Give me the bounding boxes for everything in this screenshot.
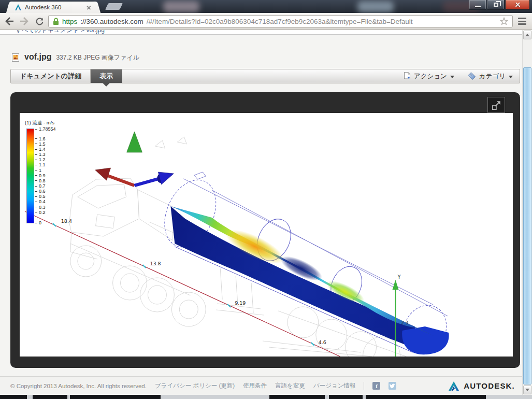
- legend-tick: 1.5: [35, 141, 46, 147]
- legend-tick: 1: [35, 168, 41, 173]
- expand-icon: [491, 99, 502, 111]
- legend-tick: 1.6: [35, 136, 46, 141]
- legend-tick: 0.6: [35, 189, 46, 194]
- velocity-legend: (1) 流速 - m/s 1.785541.61.51.41.31.21.110…: [25, 120, 54, 223]
- hamburger-icon: [518, 18, 526, 19]
- tab-view[interactable]: 表示: [91, 69, 122, 83]
- category-label: カテゴリ: [479, 72, 506, 81]
- legend-tick: 0.4: [35, 199, 46, 204]
- orientation-triad: [95, 132, 174, 186]
- document-action-icon: [404, 72, 411, 80]
- legend-tick: 0.7: [35, 183, 46, 189]
- forward-button[interactable]: [18, 15, 31, 27]
- y-axis-label: Y: [397, 274, 401, 280]
- chevron-down-icon: [450, 76, 454, 78]
- file-name: vof.jpg: [24, 52, 51, 62]
- reload-icon: [35, 17, 44, 26]
- action-label: アクション: [414, 72, 447, 81]
- autodesk-logo: AUTODESK.: [448, 381, 515, 391]
- fluid-end-cap: [402, 326, 449, 354]
- fullscreen-button[interactable]: [487, 97, 505, 113]
- address-bar[interactable]: https://360.autodesk.com/#/Item/Details?…: [48, 15, 513, 27]
- legend-tick: 0.5: [35, 194, 46, 199]
- link-version-info[interactable]: バージョン情報: [313, 382, 356, 390]
- legend-ticks: 1.785541.61.51.41.31.21.110.90.80.70.60.…: [35, 129, 63, 223]
- category-dropdown-button[interactable]: カテゴリ: [461, 69, 520, 83]
- page-footer: © Copyright 2013 Autodesk, Inc. All righ…: [0, 376, 522, 395]
- twitter-icon[interactable]: [389, 382, 396, 390]
- chevron-down-icon: [509, 76, 513, 78]
- minimize-icon: [475, 6, 481, 7]
- link-terms-of-use[interactable]: 使用条件: [243, 382, 267, 390]
- tab-title: Autodesk 360: [25, 4, 82, 10]
- background-window-blur: [163, 1, 199, 12]
- autodesk-logo-text: AUTODESK.: [464, 381, 515, 390]
- facebook-icon[interactable]: f: [372, 382, 380, 390]
- fluid-side-face: [170, 206, 421, 350]
- page-scrollbar[interactable]: [522, 30, 532, 395]
- cfd-image-canvas: 18.4 13.8 9.19 4.6: [20, 113, 513, 357]
- legend-tick: 0.3: [35, 205, 46, 210]
- autodesk-favicon-icon: [15, 4, 22, 11]
- link-privacy-policy[interactable]: プライバシー ポリシー (更新): [155, 382, 235, 390]
- restore-icon: [494, 3, 498, 7]
- ruler-label: 4.6: [319, 339, 326, 345]
- legend-tick: 0.9: [35, 173, 46, 178]
- reload-button[interactable]: [33, 15, 46, 27]
- chrome-menu-button[interactable]: [515, 16, 529, 27]
- browser-tab[interactable]: Autodesk 360: [11, 2, 95, 13]
- padlock-icon: [53, 18, 59, 25]
- arrow-down-icon: [525, 389, 529, 391]
- window-restore-button[interactable]: [487, 0, 505, 10]
- window-minimize-button[interactable]: [469, 0, 486, 10]
- arrow-up-icon: [525, 34, 529, 36]
- bookmark-star-icon[interactable]: [500, 17, 508, 25]
- action-dropdown-button[interactable]: アクション: [397, 69, 461, 83]
- scrollbar-thumb[interactable]: [523, 67, 531, 384]
- legend-tick: 0.8: [35, 178, 46, 183]
- back-arrow-icon: [5, 17, 14, 25]
- document-tabbar: ドキュメントの詳細 表示 アクション カテゴリ: [10, 69, 520, 83]
- page-content: すべてのドキュメント > vof.jpg vof.jpg 337.2 KB JP…: [0, 30, 522, 395]
- url-path: /#/Item/Details?id=02c0a9b806304c718ad7c…: [147, 18, 497, 25]
- legend-tick: 0.2: [35, 210, 46, 215]
- scroll-up-button[interactable]: [523, 31, 531, 39]
- window-close-button[interactable]: [505, 0, 530, 10]
- url-scheme: https: [62, 18, 77, 25]
- tab-document-details[interactable]: ドキュメントの詳細: [11, 69, 91, 83]
- file-meta: 337.2 KB JPEG 画像ファイル: [56, 53, 139, 62]
- image-file-icon: [11, 53, 20, 62]
- tag-category-icon: [468, 72, 476, 80]
- close-icon: [514, 2, 521, 8]
- legend-tick: 1.4: [35, 147, 46, 152]
- breadcrumb-text: すべてのドキュメント > vof.jpg: [16, 30, 105, 35]
- ruler-label: 9.19: [235, 300, 246, 306]
- legend-tick: 0: [35, 220, 41, 225]
- copyright-text: © Copyright 2013 Autodesk, Inc. All righ…: [10, 383, 147, 389]
- legend-tick: 1.1: [35, 162, 46, 167]
- image-viewer: 18.4 13.8 9.19 4.6: [10, 92, 520, 368]
- forward-arrow-icon: [20, 17, 29, 25]
- cfd-scene: 18.4 13.8 9.19 4.6: [20, 113, 513, 357]
- scroll-down-button[interactable]: [523, 386, 531, 394]
- ruler-label: 13.8: [150, 261, 161, 266]
- back-button[interactable]: [3, 15, 16, 27]
- background-windows-strip: [0, 395, 532, 399]
- browser-titlebar: Autodesk 360: [0, 0, 532, 13]
- link-change-language[interactable]: 言語を変更: [275, 382, 305, 390]
- legend-tick: 1.3: [35, 152, 46, 157]
- file-title-row: vof.jpg 337.2 KB JPEG 画像ファイル: [10, 52, 520, 62]
- legend-tick: 1.78554: [35, 126, 56, 132]
- dimension-annotation: 2.3: [401, 320, 408, 325]
- legend-title: (1) 流速 - m/s: [25, 120, 54, 126]
- legend-tick: 1.2: [35, 157, 46, 162]
- breadcrumb[interactable]: すべてのドキュメント > vof.jpg: [0, 30, 522, 35]
- autodesk-logo-icon: [448, 381, 460, 391]
- browser-toolbar: https://360.autodesk.com/#/Item/Details?…: [0, 13, 532, 30]
- tab-close-icon[interactable]: [85, 4, 92, 11]
- url-host: ://360.autodesk.com: [80, 18, 143, 25]
- new-tab-button[interactable]: [105, 3, 123, 10]
- background-window-blur: [357, 1, 394, 12]
- colorbar: [27, 129, 34, 223]
